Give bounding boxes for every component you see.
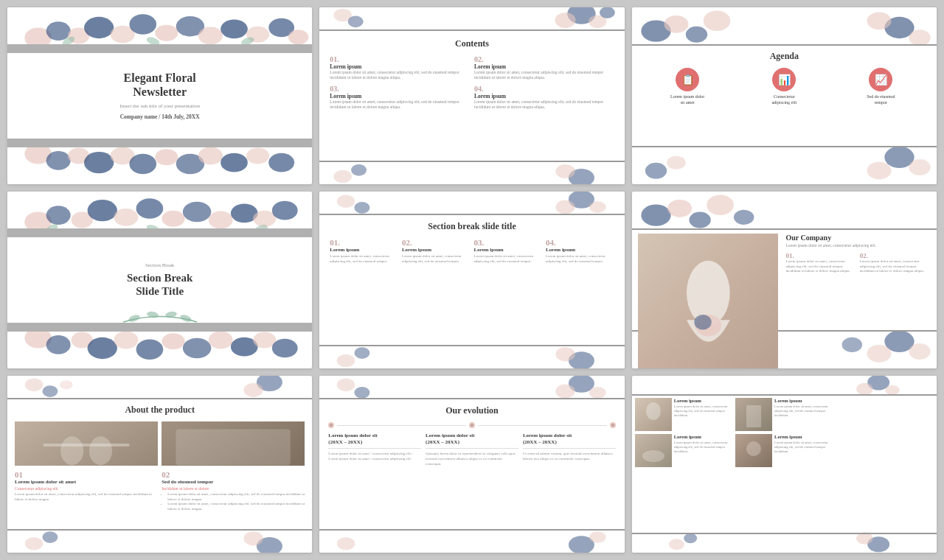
svg-point-125 <box>337 537 355 550</box>
svg-point-69 <box>114 332 138 349</box>
evo-divider-2 <box>426 448 518 449</box>
section-break-label: Section Break <box>30 262 289 268</box>
svg-point-76 <box>272 339 298 358</box>
content-item-3: 03. Lorem ipsum Lorem ipsum dolor sit am… <box>330 85 470 110</box>
product-images <box>15 421 305 466</box>
photo-thumb-5 <box>735 434 772 467</box>
svg-point-66 <box>46 335 71 354</box>
slide-3-content: Agenda 📋 Lorem ipsum dolorsit amet 📊 Con… <box>632 7 937 153</box>
svg-point-59 <box>231 204 258 223</box>
svg-point-3 <box>84 17 114 38</box>
content-text-2: Lorem ipsum dolor sit amet, consectetur … <box>474 70 614 80</box>
four-col-2: 02. Lorem ipsum Lorem ipsum dolor sit am… <box>402 238 471 264</box>
evo-col-2: Lorem ipsum dolor sit(20XX – 20XX) Quisa… <box>426 433 518 466</box>
svg-point-51 <box>46 206 71 225</box>
svg-point-131 <box>669 539 684 550</box>
photo-title-1: Lorem ipsum <box>674 398 732 403</box>
svg-point-61 <box>272 201 298 220</box>
slide-3-title: Agenda <box>639 51 929 62</box>
slide-1-elegant-floral: Elegant Floral Newsletter Insert the sub… <box>7 7 312 184</box>
slide-1-subtitle: Insert the sub title of your presentatio… <box>30 104 289 110</box>
timeline-line-1 <box>337 425 466 426</box>
slide-1-company: Company name / 14th July, 20XX <box>30 114 289 121</box>
svg-point-52 <box>72 212 93 228</box>
svg-point-115 <box>89 436 112 465</box>
svg-point-134 <box>646 402 661 420</box>
slide-7-about-product: About the product <box>7 376 312 553</box>
svg-point-6 <box>155 25 178 41</box>
gray-band-top-4 <box>7 228 312 237</box>
floral-decoration-bottom-8 <box>319 527 624 553</box>
svg-point-75 <box>253 332 276 349</box>
company-layout: Our Company Lorem ipsum dolor sit amet, … <box>638 234 931 368</box>
evo-text-1: Lorem ipsum dolor sit amet / consectetur… <box>328 451 421 461</box>
svg-point-114 <box>60 436 83 465</box>
photo-cell-text-2: Lorem ipsum Lorem ipsum dolor sit amet, … <box>774 398 833 418</box>
svg-point-19 <box>84 152 114 173</box>
agenda-icon-2: 📊 <box>772 68 796 91</box>
floral-decoration-top-1 <box>7 7 312 48</box>
four-text-2: Lorem ipsum dolor sit amet, consectetur … <box>402 254 471 264</box>
bottom-border-9 <box>632 533 937 534</box>
company-desc-1: Lorem ipsum dolor sit amet, consectetur … <box>785 259 856 274</box>
svg-point-129 <box>867 536 889 552</box>
evo-col-1: Lorem ipsum dolor sit(20XX – 20XX) Lorem… <box>328 433 421 466</box>
svg-point-80 <box>179 314 192 323</box>
product-bullets: Lorem ipsum dolor sit amet, consectetur … <box>167 492 305 511</box>
product-img-2 <box>162 421 305 466</box>
svg-point-57 <box>183 202 211 223</box>
photo-cell-3 <box>836 398 934 431</box>
svg-point-23 <box>176 154 205 175</box>
floral-decoration-top-4 <box>7 192 312 232</box>
photo-cell-text-1: Lorem ipsum Lorem ipsum dolor sit amet, … <box>674 398 732 418</box>
svg-point-54 <box>114 209 138 226</box>
product-col-1: 01 Lorem ipsum dolor sit amet Consectetu… <box>15 470 158 511</box>
slide-3-agenda: Agenda 📋 Lorem ipsum dolorsit amet 📊 Con… <box>632 7 937 184</box>
company-item-2: 02. Lorem ipsum dolor sit amet, consecte… <box>860 252 931 274</box>
svg-rect-117 <box>176 430 291 466</box>
svg-point-22 <box>155 149 178 165</box>
twig-decoration <box>116 307 204 326</box>
svg-point-132 <box>684 533 697 544</box>
svg-point-1 <box>46 21 71 41</box>
company-num-1: 01. <box>785 252 856 259</box>
product-col-2: 02 Sed do eiusmod tempor Incididunt ut l… <box>162 470 305 511</box>
svg-point-58 <box>209 211 233 229</box>
svg-point-12 <box>288 29 309 44</box>
svg-point-21 <box>129 154 156 175</box>
four-text-4: Lorem ipsum dolor sit amet, consectetur … <box>546 254 614 264</box>
slide-8-our-evolution: Our evolution Lorem ipsum dolor sit(20XX… <box>319 376 624 553</box>
photo-cell-2: Lorem ipsum Lorem ipsum dolor sit amet, … <box>735 398 833 431</box>
svg-point-72 <box>183 338 211 359</box>
evo-text-3: Ut enim ad minim veniam, quis nostrud ex… <box>523 451 616 461</box>
product-num-1: 01 <box>15 470 158 479</box>
svg-point-55 <box>136 198 164 219</box>
svg-point-48 <box>645 163 666 179</box>
product-subtitle-1: Consectetur adipiscing elit <box>15 486 158 491</box>
slide-2-contents: Contents 01. Lorem ipsum Lorem ipsum dol… <box>319 7 624 184</box>
product-title-1: Lorem ipsum dolor sit amet <box>15 479 158 485</box>
svg-point-53 <box>88 200 117 221</box>
svg-point-20 <box>111 147 135 165</box>
bottom-border-line-2 <box>319 161 624 162</box>
evo-title-3: Lorem ipsum dolor sit(20XX – 20XX) <box>523 433 616 446</box>
agenda-item-2: 📊 Consecteturadipiscing elit <box>740 68 827 106</box>
evo-text-2: Quisauto lorem dolor in reprehenderit in… <box>426 451 518 466</box>
svg-point-87 <box>556 347 575 361</box>
content-title-1: Lorem ipsum <box>330 63 470 70</box>
gray-band-top-1 <box>7 44 312 53</box>
floral-decoration-bottom-4 <box>7 328 312 368</box>
photo-text-4: Lorem ipsum dolor sit amet, consectetur … <box>674 441 732 454</box>
four-num-1: 01. <box>330 238 398 247</box>
product-cols: 01 Lorem ipsum dolor sit amet Consectetu… <box>15 470 305 511</box>
gray-band-bottom-1 <box>7 139 312 147</box>
slide-2-title: Contents <box>330 38 614 49</box>
four-text-1: Lorem ipsum dolor sit amet, consectetur … <box>330 254 398 264</box>
svg-point-56 <box>162 211 184 227</box>
evo-divider-3 <box>523 448 616 449</box>
slide-2-content: Contents 01. Lorem ipsum Lorem ipsum dol… <box>319 7 624 139</box>
product-title-2: Sed do eiusmod tempor <box>162 479 305 485</box>
agenda-icon-1: 📋 <box>676 68 699 91</box>
slide-5-content: Section break slide title 01. Lorem ipsu… <box>319 192 624 290</box>
svg-point-71 <box>162 333 184 349</box>
